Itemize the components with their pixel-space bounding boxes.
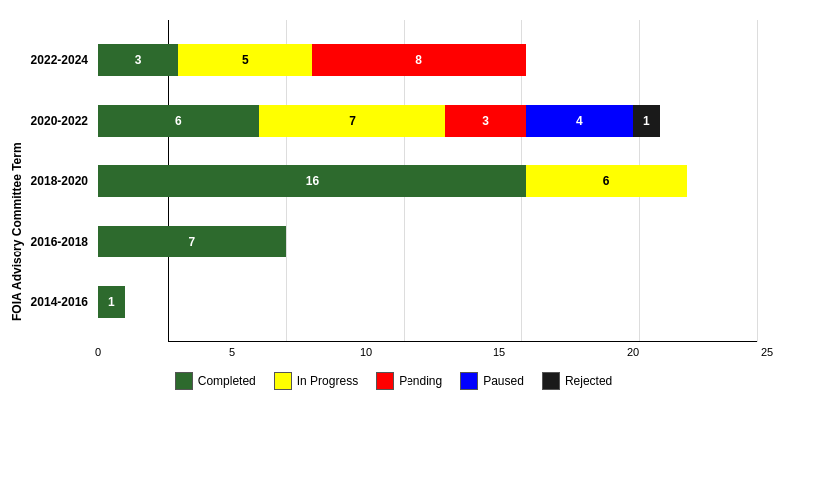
y-axis-label: FOIA Advisory Committee Term xyxy=(10,20,24,364)
y-label-2016: 2016-2018 xyxy=(28,220,96,263)
x-tick-10: 10 xyxy=(360,346,372,358)
segment-2022-completed: 3 xyxy=(98,44,178,76)
bar-row-2018: 16 6 xyxy=(98,159,767,203)
legend-label-paused: Paused xyxy=(483,374,524,388)
legend-swatch-completed xyxy=(175,372,193,390)
legend-item-pending: Pending xyxy=(376,372,442,390)
bar-group-2018: 16 6 xyxy=(98,165,767,197)
y-label-2018: 2018-2020 xyxy=(28,159,96,203)
legend-label-pending: Pending xyxy=(399,374,442,388)
segment-2022-inprogress: 5 xyxy=(178,44,312,76)
legend-item-inprogress: In Progress xyxy=(274,372,358,390)
legend-swatch-inprogress xyxy=(274,372,292,390)
chart-inner: 2022-2024 2020-2022 2018-2020 2016-2018 … xyxy=(28,20,777,364)
legend-swatch-paused xyxy=(460,372,478,390)
legend-item-completed: Completed xyxy=(175,372,256,390)
legend-item-rejected: Rejected xyxy=(542,372,612,390)
x-tick-5: 5 xyxy=(229,346,235,358)
bar-group-2014: 1 xyxy=(98,286,767,318)
bar-row-2020: 6 7 3 4 1 xyxy=(98,99,767,143)
bar-group-2020: 6 7 3 4 1 xyxy=(98,105,767,137)
bar-row-2014: 1 xyxy=(98,280,767,324)
segment-2020-pending: 3 xyxy=(445,105,525,137)
bar-row-2016: 7 xyxy=(98,220,767,263)
x-tick-20: 20 xyxy=(627,346,639,358)
segment-2016-completed: 7 xyxy=(98,226,286,257)
y-label-2020: 2020-2022 xyxy=(28,99,96,143)
segment-2020-paused: 4 xyxy=(526,105,633,137)
legend-item-paused: Paused xyxy=(460,372,524,390)
segment-2020-inprogress: 7 xyxy=(259,105,446,137)
y-label-2022: 2022-2024 xyxy=(28,38,96,82)
legend-label-rejected: Rejected xyxy=(565,374,612,388)
x-axis-ticks: 0 5 10 15 20 25 xyxy=(98,342,767,364)
legend-label-completed: Completed xyxy=(198,374,256,388)
legend-swatch-rejected xyxy=(542,372,560,390)
segment-2018-inprogress: 6 xyxy=(526,165,687,197)
segment-2014-completed: 1 xyxy=(98,286,125,318)
legend-swatch-pending xyxy=(376,372,394,390)
y-label-2014: 2014-2016 xyxy=(28,280,96,324)
bar-rows: 3 5 8 6 7 3 4 1 xyxy=(98,20,767,342)
bars-and-axes: 2022-2024 2020-2022 2018-2020 2016-2018 … xyxy=(28,20,777,364)
legend-label-inprogress: In Progress xyxy=(297,374,358,388)
segment-2022-pending: 8 xyxy=(312,44,525,76)
chart-container: FOIA Advisory Committee Term xyxy=(0,0,817,504)
bar-group-2016: 7 xyxy=(98,226,767,257)
legend: Completed In Progress Pending Paused Rej… xyxy=(10,372,777,394)
x-tick-25: 25 xyxy=(761,346,773,358)
segment-2020-rejected: 1 xyxy=(633,105,660,137)
y-labels: 2022-2024 2020-2022 2018-2020 2016-2018 … xyxy=(28,20,96,342)
segment-2018-completed: 16 xyxy=(98,165,526,197)
bar-row-2022: 3 5 8 xyxy=(98,38,767,82)
bar-group-2022: 3 5 8 xyxy=(98,44,767,76)
x-tick-0: 0 xyxy=(95,346,101,358)
segment-2020-completed: 6 xyxy=(98,105,259,137)
x-tick-15: 15 xyxy=(493,346,505,358)
